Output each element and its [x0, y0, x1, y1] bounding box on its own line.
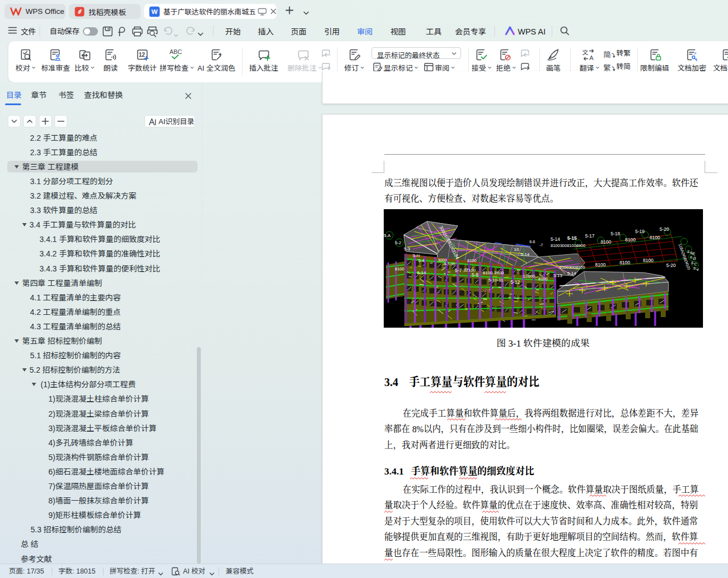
- svg-text:10: 10: [514, 247, 519, 252]
- svg-text:5-14: 5-14: [521, 252, 530, 257]
- svg-text:8100: 8100: [467, 258, 477, 263]
- svg-text:5-17: 5-17: [585, 233, 595, 239]
- svg-text:-7: -7: [539, 243, 543, 247]
- svg-text:5-14: 5-14: [551, 236, 560, 242]
- svg-text:5-15: 5-15: [567, 235, 577, 241]
- svg-text:5-4: 5-4: [418, 258, 425, 263]
- svg-text:6-6: 6-6: [529, 240, 535, 244]
- svg-text:5-13: 5-13: [553, 273, 563, 278]
- svg-text:8100: 8100: [395, 266, 404, 271]
- svg-text:5-A: 5-A: [384, 233, 391, 238]
- svg-text:5-18: 5-18: [611, 231, 620, 236]
- svg-text:12: 12: [138, 52, 145, 58]
- svg-text:5-20: 5-20: [660, 226, 669, 232]
- svg-text:8100: 8100: [643, 258, 653, 263]
- svg-text:A: A: [590, 55, 594, 61]
- svg-text:5-14: 5-14: [417, 270, 427, 275]
- svg-text:5-7-00: 5-7-00: [444, 262, 455, 266]
- svg-text:5-7: 5-7: [455, 268, 462, 273]
- svg-text:8100 3900: 8100 3900: [483, 270, 504, 275]
- svg-text:5-H: 5-H: [413, 253, 420, 258]
- svg-text:5-20: 5-20: [666, 263, 676, 268]
- svg-text:文: 文: [582, 48, 588, 56]
- svg-text:8100: 8100: [620, 260, 630, 265]
- svg-text:5-3: 5-3: [404, 246, 410, 251]
- svg-text:12600: 12600: [523, 274, 536, 279]
- svg-text:ABC: ABC: [170, 48, 182, 55]
- svg-text:5-12: 5-12: [511, 279, 520, 285]
- svg-text:5-10-11: 5-10-11: [488, 278, 504, 283]
- svg-text:5-19: 5-19: [635, 229, 645, 234]
- svg-text:810030081008900: 810030081008900: [551, 243, 586, 248]
- svg-text:8100: 8100: [538, 276, 548, 281]
- svg-text:5-2: 5-2: [395, 240, 402, 245]
- svg-text:W: W: [151, 8, 158, 15]
- svg-text:8100: 8100: [601, 239, 611, 245]
- svg-text:8100: 8100: [650, 235, 660, 240]
- svg-text:F: F: [695, 52, 697, 56]
- svg-text:5-8: 5-8: [472, 272, 479, 278]
- svg-text:81003008100: 81003008100: [559, 265, 585, 270]
- svg-text:8100: 8100: [625, 237, 636, 243]
- svg-text:5-14: 5-14: [567, 271, 577, 276]
- svg-text:8100: 8100: [595, 262, 606, 268]
